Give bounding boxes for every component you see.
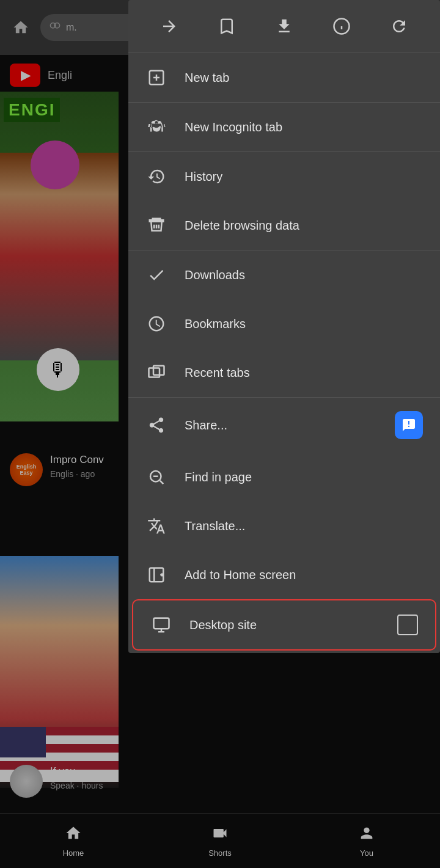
share-label: Share... [185,418,378,432]
recent-tabs-label: Recent tabs [185,366,423,380]
svg-rect-9 [153,219,161,221]
downloads-icon [145,264,167,286]
downloads-label: Downloads [185,268,423,282]
incognito-icon [145,116,167,138]
menu-item-downloads[interactable]: Downloads [128,250,440,299]
bookmark-button[interactable] [211,11,242,42]
menu-item-delete-browsing[interactable]: Delete browsing data [128,201,440,250]
bookmarks-label: Bookmarks [185,317,423,331]
menu-item-history[interactable]: History [128,152,440,201]
add-home-icon [145,564,167,586]
find-icon [145,466,167,488]
dropdown-menu: New tab New Incognito tab History [128,0,440,653]
menu-item-desktop-site[interactable]: Desktop site [132,599,436,651]
desktop-site-checkbox[interactable] [397,615,418,635]
translate-icon [145,515,167,537]
desktop-icon [150,614,172,636]
delete-icon [145,214,167,236]
translate-label: Translate... [185,519,423,533]
download-button[interactable] [269,11,299,42]
dropdown-toolbar [128,0,440,53]
new-tab-icon [145,67,167,89]
menu-item-translate[interactable]: Translate... [128,501,440,550]
forward-button[interactable] [154,11,185,42]
new-tab-label: New tab [185,71,423,85]
delete-browsing-label: Delete browsing data [185,219,423,233]
menu-item-new-incognito[interactable]: New Incognito tab [128,103,440,151]
desktop-site-label: Desktop site [189,618,380,632]
history-icon [145,166,167,188]
menu-item-new-tab[interactable]: New tab [128,53,440,102]
new-incognito-label: New Incognito tab [185,120,423,134]
history-label: History [185,170,423,184]
share-badge [395,411,423,439]
share-icon [145,414,167,436]
menu-item-add-home[interactable]: Add to Home screen [128,550,440,599]
info-button[interactable] [326,11,357,42]
menu-item-recent-tabs[interactable]: Recent tabs [128,348,440,397]
recent-tabs-icon [145,362,167,384]
svg-line-16 [160,481,163,484]
add-home-label: Add to Home screen [185,568,423,582]
refresh-button[interactable] [384,11,414,42]
menu-item-find-in-page[interactable]: Find in page [128,453,440,501]
find-in-page-label: Find in page [185,470,423,484]
menu-item-bookmarks[interactable]: Bookmarks [128,299,440,348]
bookmarks-icon [145,313,167,335]
svg-rect-21 [154,618,169,629]
menu-item-share[interactable]: Share... [128,398,440,453]
